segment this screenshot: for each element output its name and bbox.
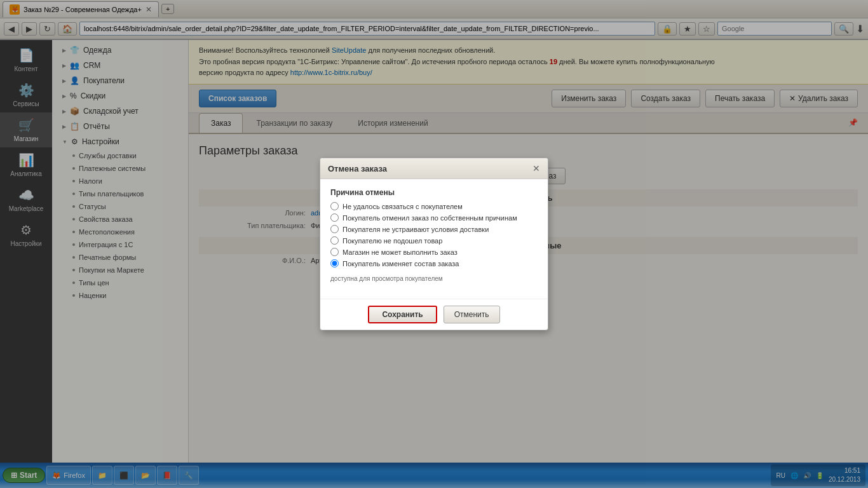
reason-option-4[interactable]: Магазин не может выполнить заказ: [330, 248, 538, 256]
dialog-cancel-button[interactable]: Отменить: [444, 306, 500, 323]
dialog-title: Отмена заказа: [328, 164, 387, 173]
dialog-close-button[interactable]: ✕: [532, 163, 540, 173]
dialog-note: доступна для просмотра покупателем: [330, 275, 538, 282]
cancel-order-dialog: Отмена заказа ✕ Причина отмены Не удалос…: [320, 158, 548, 330]
reason-option-0[interactable]: Не удалось связаться с покупателем: [330, 202, 538, 210]
reason-label: Причина отмены: [330, 188, 538, 197]
dialog-save-button[interactable]: Сохранить: [368, 306, 437, 323]
dialog-overlay: Отмена заказа ✕ Причина отмены Не удалос…: [0, 0, 868, 488]
reason-option-3[interactable]: Покупателю не подошел товар: [330, 236, 538, 245]
reason-option-2[interactable]: Покупателя не устраивают условия доставк…: [330, 225, 538, 233]
reason-option-1[interactable]: Покупатель отменил заказ по собственным …: [330, 214, 538, 222]
dialog-footer: Сохранить Отменить: [320, 299, 548, 330]
reason-option-5[interactable]: Покупатель изменяет состав заказа: [330, 259, 538, 268]
dialog-header: Отмена заказа ✕: [320, 158, 548, 179]
reason-radio-group: Не удалось связаться с покупателем Покуп…: [330, 202, 538, 268]
dialog-body: Причина отмены Не удалось связаться с по…: [320, 179, 548, 299]
